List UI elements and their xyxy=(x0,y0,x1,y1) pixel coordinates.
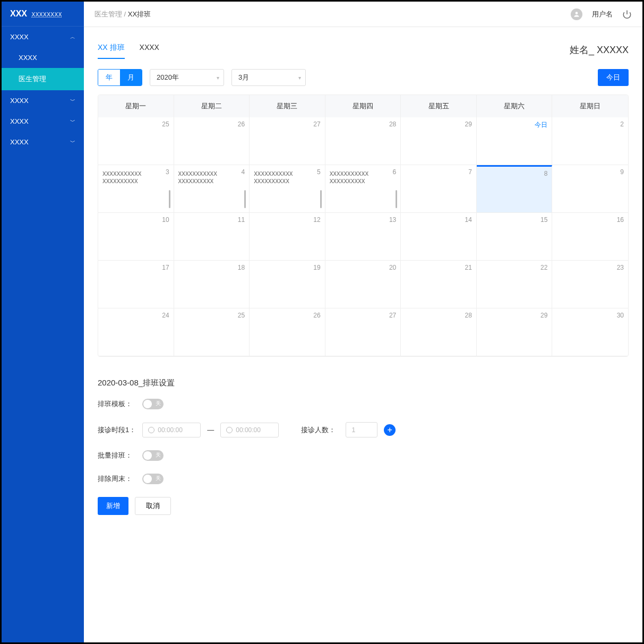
nav-group-0[interactable]: XXXX ︿ xyxy=(2,27,84,47)
dash: — xyxy=(207,426,214,434)
calendar-cell[interactable]: 14 xyxy=(401,213,477,261)
nav-group-1[interactable]: XXXX ﹀ xyxy=(2,90,84,111)
nav-label: 医生管理 xyxy=(19,74,46,84)
scroll-indicator[interactable] xyxy=(396,190,397,208)
chevron-up-icon: ︿ xyxy=(70,33,75,41)
today-marker: 今日 xyxy=(535,121,547,130)
nav-group-2[interactable]: XXXX ﹀ xyxy=(2,111,84,132)
exclude-weekend-label: 排除周末： xyxy=(98,474,136,484)
calendar-cell[interactable]: 11 xyxy=(174,213,250,261)
cell-events: XXXXXXXXXXXXXXXXXXXXX xyxy=(254,170,321,185)
scroll-indicator[interactable] xyxy=(320,190,322,208)
day-number: 22 xyxy=(540,264,547,271)
clock-icon xyxy=(226,427,233,433)
cell-events: XXXXXXXXXXXXXXXXXXXXX xyxy=(178,170,245,185)
day-number: 5 xyxy=(317,168,321,176)
month-select[interactable]: 3月 xyxy=(231,69,306,86)
tab-other[interactable]: XXXX xyxy=(140,40,159,59)
calendar-cell[interactable]: 19 xyxy=(250,261,325,308)
nav-sub-0[interactable]: XXXX xyxy=(2,47,84,68)
crumb-parent[interactable]: 医生管理 xyxy=(95,10,122,18)
today-button[interactable]: 今日 xyxy=(598,69,629,86)
calendar-cell[interactable]: 28 xyxy=(401,308,477,356)
calendar-cell[interactable]: 27 xyxy=(325,308,401,356)
add-timeslot-button[interactable]: + xyxy=(384,424,396,436)
calendar-cell[interactable]: 9 xyxy=(552,165,628,213)
weekday-header: 星期四 xyxy=(325,95,401,117)
calendar-cell[interactable]: 27 xyxy=(250,117,325,165)
batch-toggle[interactable]: 关 xyxy=(142,450,164,461)
day-number: 30 xyxy=(617,312,624,319)
calendar-cell[interactable]: 25 xyxy=(174,308,250,356)
calendar-cell[interactable]: 7 xyxy=(401,165,477,213)
main: 医生管理 / XX排班 用户名 XX 排班 XXXX 姓名_ XXXXX xyxy=(84,2,642,642)
calendar-cell[interactable]: 29 xyxy=(401,117,477,165)
day-number: 16 xyxy=(617,216,624,224)
calendar-cell[interactable]: 6XXXXXXXXXXXXXXXXXXXXX xyxy=(325,165,401,213)
calendar-cell[interactable]: 21 xyxy=(401,261,477,308)
calendar: 星期一星期二星期三星期四星期五星期六星期日 2526272829今日23XXXX… xyxy=(98,95,629,357)
time-end-input[interactable]: 00:00:00 xyxy=(220,423,279,437)
nav-label: XXXX xyxy=(10,97,29,105)
calendar-cell[interactable]: 25 xyxy=(98,117,174,165)
weekday-header: 星期日 xyxy=(552,95,628,117)
calendar-cell[interactable]: 3XXXXXXXXXXXXXXXXXXXXX xyxy=(98,165,174,213)
day-number: 10 xyxy=(162,216,169,224)
day-number: 18 xyxy=(238,264,245,271)
calendar-cell[interactable]: 13 xyxy=(325,213,401,261)
seg-month[interactable]: 月 xyxy=(120,70,142,85)
calendar-cell[interactable]: 17 xyxy=(98,261,174,308)
cancel-button[interactable]: 取消 xyxy=(135,497,171,515)
count-input[interactable]: 1 xyxy=(346,422,377,437)
day-number: 25 xyxy=(162,121,169,128)
day-number: 27 xyxy=(313,121,320,128)
scroll-indicator[interactable] xyxy=(244,190,246,208)
calendar-cell[interactable]: 15 xyxy=(477,213,553,261)
cell-events: XXXXXXXXXXXXXXXXXXXXX xyxy=(102,170,169,185)
scroll-indicator[interactable] xyxy=(169,190,170,208)
username[interactable]: 用户名 xyxy=(592,10,613,19)
calendar-cell[interactable]: 18 xyxy=(174,261,250,308)
day-number: 29 xyxy=(540,312,547,319)
calendar-cell[interactable]: 16 xyxy=(552,213,628,261)
calendar-cell[interactable]: 23 xyxy=(552,261,628,308)
day-number: 7 xyxy=(468,168,472,176)
add-button[interactable]: 新增 xyxy=(98,497,128,515)
calendar-cell[interactable]: 8 xyxy=(477,165,553,213)
topbar: 医生管理 / XX排班 用户名 xyxy=(84,2,642,27)
calendar-cell[interactable]: 29 xyxy=(477,308,553,356)
day-number: 2 xyxy=(620,121,624,128)
calendar-cell[interactable]: 22 xyxy=(477,261,553,308)
calendar-cell[interactable]: 4XXXXXXXXXXXXXXXXXXXXX xyxy=(174,165,250,213)
calendar-cell[interactable]: 5XXXXXXXXXXXXXXXXXXXXX xyxy=(250,165,325,213)
calendar-cell[interactable]: 12 xyxy=(250,213,325,261)
calendar-cell[interactable]: 今日 xyxy=(477,117,553,165)
day-number: 20 xyxy=(389,264,396,271)
year-select[interactable]: 2020年 xyxy=(150,69,224,86)
calendar-cell[interactable]: 30 xyxy=(552,308,628,356)
nav-group-3[interactable]: XXXX ﹀ xyxy=(2,132,84,152)
calendar-cell[interactable]: 2 xyxy=(552,117,628,165)
breadcrumb: 医生管理 / XX排班 xyxy=(95,10,151,19)
template-toggle[interactable]: 关 xyxy=(142,399,164,409)
tab-schedule[interactable]: XX 排班 xyxy=(98,40,125,59)
template-label: 排班模板： xyxy=(98,399,136,409)
nav-sub-doctor-mgmt[interactable]: 医生管理 xyxy=(2,68,84,90)
calendar-cell[interactable]: 10 xyxy=(98,213,174,261)
exclude-weekend-toggle[interactable]: 关 xyxy=(142,474,164,484)
calendar-cell[interactable]: 24 xyxy=(98,308,174,356)
calendar-cell[interactable]: 20 xyxy=(325,261,401,308)
logo: XXX XXXXXXXX xyxy=(2,2,84,27)
time-start-input[interactable]: 00:00:00 xyxy=(142,423,201,437)
view-segment: 年 月 xyxy=(98,69,142,86)
power-icon[interactable] xyxy=(622,10,632,19)
day-number: 27 xyxy=(389,312,396,319)
calendar-cell[interactable]: 26 xyxy=(250,308,325,356)
avatar-icon[interactable] xyxy=(571,8,582,20)
calendar-cell[interactable]: 26 xyxy=(174,117,250,165)
form-title: 2020-03-08_排班设置 xyxy=(98,378,629,388)
clock-icon xyxy=(148,427,154,433)
seg-year[interactable]: 年 xyxy=(98,70,120,85)
day-number: 21 xyxy=(465,264,471,271)
calendar-cell[interactable]: 28 xyxy=(325,117,401,165)
